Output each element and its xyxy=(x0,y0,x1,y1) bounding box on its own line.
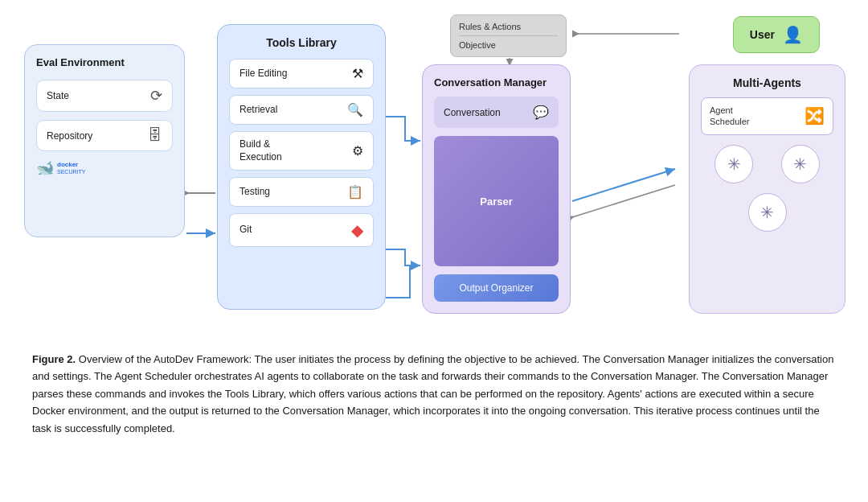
parser-box: Parser xyxy=(434,136,559,266)
state-icon: ⟳ xyxy=(150,87,162,105)
state-box: State ⟳ xyxy=(36,80,173,112)
caption-text: Overview of the AutoDev Framework: The u… xyxy=(32,353,833,434)
agent-node-1: ✳ xyxy=(714,145,753,183)
tool-file-editing: File Editing ⚒ xyxy=(229,59,374,88)
tool-git: Git ◆ xyxy=(229,213,374,247)
eval-environment-box: Eval Environment State ⟳ Repository 🗄 🐋 … xyxy=(24,44,185,237)
agent-node-3-icon: ✳ xyxy=(760,203,774,222)
testing-icon: 📋 xyxy=(347,184,363,200)
rules-actions-label: Rules & Actions xyxy=(459,20,558,33)
build-icon: ⚙ xyxy=(352,143,363,158)
agent-node-1-icon: ✳ xyxy=(727,154,741,174)
tool-build-execution: Build &Execution ⚙ xyxy=(229,131,374,171)
docker-sub-label: SECURITY xyxy=(57,169,85,175)
agent-node-2: ✳ xyxy=(781,145,820,183)
figure-label: Figure 2. xyxy=(32,353,76,365)
rules-actions-box: Rules & Actions Objective xyxy=(450,14,567,57)
user-label: User xyxy=(750,28,775,41)
multi-agents-title: Multi-Agents xyxy=(701,76,833,89)
state-label: State xyxy=(47,90,69,101)
repository-label: Repository xyxy=(47,130,92,142)
agent-node-3: ✳ xyxy=(748,193,787,232)
repository-box: Repository 🗄 xyxy=(36,120,173,151)
multi-agents-box: Multi-Agents Agent Scheduler 🔀 ✳ ✳ ✳ xyxy=(689,64,845,314)
docker-logo: 🐋 docker SECURITY xyxy=(36,159,173,177)
retrieval-icon: 🔍 xyxy=(347,102,363,117)
caption-area: Figure 2. Overview of the AutoDev Framew… xyxy=(0,338,868,445)
diagram-area: Eval Environment State ⟳ Repository 🗄 🐋 … xyxy=(0,0,868,338)
svg-line-4 xyxy=(572,185,675,217)
tools-lib-title: Tools Library xyxy=(229,36,374,49)
user-icon: 👤 xyxy=(783,25,803,44)
repository-icon: 🗄 xyxy=(148,127,162,144)
git-icon: ◆ xyxy=(351,220,363,240)
file-editing-icon: ⚒ xyxy=(352,66,363,81)
agent-nodes-row2: ✳ xyxy=(701,193,833,232)
tool-git-label: Git xyxy=(240,224,252,237)
parser-label: Parser xyxy=(480,195,512,208)
output-organizer-box: Output Organizer xyxy=(434,274,559,302)
tools-library-box: Tools Library File Editing ⚒ Retrieval 🔍… xyxy=(217,24,386,310)
conversation-box: Conversation 💬 xyxy=(434,97,559,128)
agent-scheduler-box: Agent Scheduler 🔀 xyxy=(701,97,833,135)
tool-testing: Testing 📋 xyxy=(229,177,374,207)
tool-file-editing-label: File Editing xyxy=(240,68,287,80)
rules-divider xyxy=(459,35,558,36)
conversation-label: Conversation xyxy=(444,107,501,118)
objective-label: Objective xyxy=(459,39,558,51)
tool-build-label: Build &Execution xyxy=(240,138,282,163)
agent-scheduler-label: Agent Scheduler xyxy=(710,105,750,128)
eval-env-title: Eval Environment xyxy=(36,56,173,68)
user-box: User 👤 xyxy=(733,16,820,53)
svg-line-5 xyxy=(572,169,675,201)
tool-testing-label: Testing xyxy=(240,186,270,199)
tool-retrieval-label: Retrieval xyxy=(240,104,277,117)
conversation-manager-box: Conversation Manager Conversation 💬 Pars… xyxy=(422,64,571,314)
tool-retrieval: Retrieval 🔍 xyxy=(229,95,374,125)
docker-label: docker xyxy=(57,162,85,169)
agent-scheduler-icon: 🔀 xyxy=(805,106,825,126)
output-organizer-label: Output Organizer xyxy=(459,282,533,294)
conv-manager-title: Conversation Manager xyxy=(434,76,559,88)
conversation-icon: 💬 xyxy=(533,105,549,120)
docker-icon: 🐋 xyxy=(36,159,54,177)
agent-nodes-row1: ✳ ✳ xyxy=(701,145,833,183)
agent-node-2-icon: ✳ xyxy=(793,154,807,174)
